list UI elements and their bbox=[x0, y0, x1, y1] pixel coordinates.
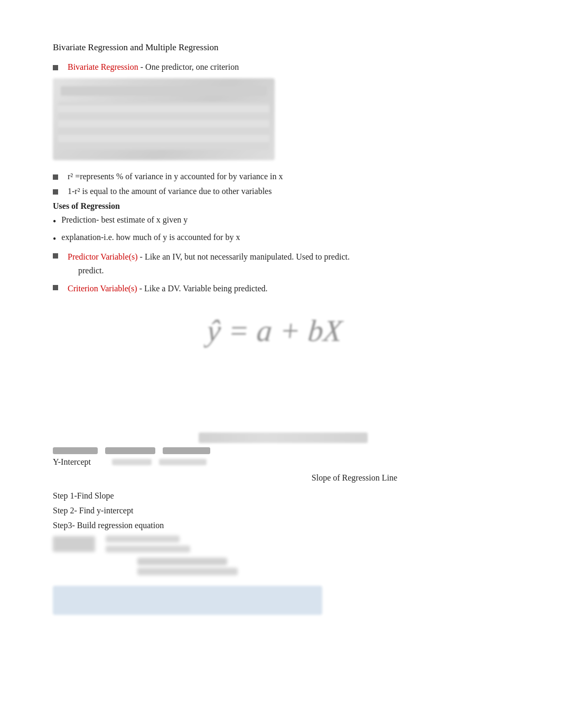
blur-form-b1 bbox=[137, 558, 227, 565]
bottom-highlighted-block bbox=[53, 586, 322, 615]
dot-bullet-icon-2: • bbox=[53, 233, 56, 246]
blur-step-bars-group bbox=[106, 536, 190, 552]
y-intercept-label: Y-Intercept bbox=[53, 457, 91, 467]
blurred-step-visual-2 bbox=[137, 558, 513, 575]
uses-prediction-text: Prediction- best estimate of x given y bbox=[61, 215, 188, 225]
y-int-blur-row2 bbox=[112, 459, 207, 465]
blur-step-bar-1 bbox=[53, 536, 95, 552]
1r2-text: 1-r² is equal to the amount of variance … bbox=[68, 187, 272, 196]
predictor-content: Predictor Variable(s) - Like an IV, but … bbox=[68, 250, 350, 277]
bivariate-label: Bivariate Regression - One predictor, on… bbox=[68, 62, 239, 72]
y-int-blur-2 bbox=[105, 447, 155, 454]
bivariate-rest-text: - One predictor, one criterion bbox=[141, 62, 239, 71]
y-intercept-blur-items bbox=[53, 447, 210, 454]
criterion-rest-text: - Like a DV. Variable being predicted. bbox=[139, 284, 268, 293]
bullet-1-r2: 1-r² is equal to the amount of variance … bbox=[53, 187, 513, 196]
uses-heading: Uses of Regression bbox=[53, 201, 513, 211]
criterion-red-text: Criterion Variable(s) bbox=[68, 284, 137, 293]
slope-label: Slope of Regression Line bbox=[312, 473, 397, 483]
bullet-square-icon-1r2 bbox=[53, 189, 58, 195]
step-1-line: Step 1-Find Slope bbox=[53, 491, 513, 501]
spacer-1 bbox=[53, 369, 513, 401]
predictor-rest-text: - Like an IV, but not necessarily manipu… bbox=[140, 252, 294, 261]
criterion-content: Criterion Variable(s) - Like a DV. Varia… bbox=[68, 282, 268, 296]
bottom-section: Y-Intercept Slope of Regression Line Ste… bbox=[53, 432, 513, 615]
bullet-square-icon-r2 bbox=[53, 174, 58, 180]
bivariate-table-image bbox=[53, 78, 275, 160]
uses-item-explanation: • explanation-i.e. how much of y is acco… bbox=[53, 233, 513, 246]
y-int-b1 bbox=[112, 459, 152, 465]
bullet-square-icon-predictor bbox=[53, 253, 58, 259]
bullet-square-icon bbox=[53, 65, 58, 70]
bullet-square-icon-criterion bbox=[53, 285, 58, 290]
bivariate-red-text: Bivariate Regression bbox=[68, 62, 138, 71]
blurred-step-visual-1 bbox=[53, 536, 513, 552]
uses-item-prediction: • Prediction- best estimate of x given y bbox=[53, 215, 513, 228]
regression-formula-image: ŷ = a + bX bbox=[199, 306, 368, 353]
dot-bullet-icon-1: • bbox=[53, 215, 56, 228]
slope-row: Slope of Regression Line bbox=[53, 473, 513, 483]
bullet-bivariate: Bivariate Regression - One predictor, on… bbox=[53, 62, 513, 72]
y-intercept-row bbox=[53, 447, 513, 454]
bullet-r2: r² =represents % of variance in y accoun… bbox=[53, 172, 513, 181]
step-3-line: Step3- Build regression equation bbox=[53, 521, 513, 530]
blur-step-b1 bbox=[106, 536, 180, 542]
r2-text: r² =represents % of variance in y accoun… bbox=[68, 172, 283, 181]
svg-text:ŷ = a + bX: ŷ = a + bX bbox=[204, 314, 345, 348]
uses-explanation-text: explanation-i.e. how much of y is accoun… bbox=[61, 233, 240, 242]
y-int-blur-1 bbox=[53, 447, 98, 454]
blur-step-b2 bbox=[106, 546, 190, 552]
predictor-predict-text: predict. bbox=[78, 266, 104, 275]
criterion-variable-item: Criterion Variable(s) - Like a DV. Varia… bbox=[53, 282, 513, 296]
predictor-red-text: Predictor Variable(s) bbox=[68, 252, 138, 261]
y-int-b2 bbox=[159, 459, 207, 465]
formula-top-blurred bbox=[199, 432, 368, 443]
y-intercept-label-row: Y-Intercept bbox=[53, 457, 513, 467]
y-int-blur-3 bbox=[163, 447, 210, 454]
page-title: Bivariate Regression and Multiple Regres… bbox=[53, 42, 513, 53]
step-2-line: Step 2- Find y-intercept bbox=[53, 506, 513, 515]
blur-form-b2 bbox=[137, 568, 238, 575]
predictor-variable-item: Predictor Variable(s) - Like an IV, but … bbox=[53, 250, 513, 277]
blur-formula-group bbox=[137, 558, 238, 575]
predictor-used-text: Used to predict. bbox=[296, 252, 350, 261]
